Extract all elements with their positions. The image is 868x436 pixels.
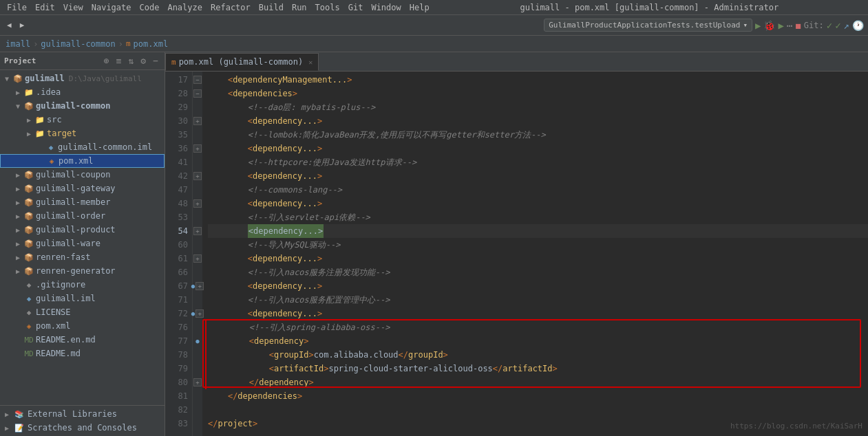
gutter-36: + xyxy=(193,142,202,155)
code-line-72: <dependency...> xyxy=(208,307,868,320)
code-line-30: <dependency...> xyxy=(208,114,868,128)
menu-refactor[interactable]: Refactor xyxy=(207,0,255,14)
tree-label-common: gulimall-common xyxy=(36,101,110,111)
tree-label-idea: .idea xyxy=(36,87,61,97)
tree-item-gulimall-common[interactable]: ▼ 📦 gulimall-common xyxy=(0,99,165,113)
menu-help[interactable]: Help xyxy=(405,0,434,14)
tree-label-member: gulimall-member xyxy=(36,197,110,207)
tree-item-order[interactable]: ▶ 📦 gulimall-order xyxy=(0,209,165,223)
tree-item-ware[interactable]: ▶ 📦 gulimall-ware xyxy=(0,237,165,250)
tree-item-readme[interactable]: MD README.md xyxy=(0,347,165,360)
toolbar-back[interactable]: ◀ xyxy=(4,19,14,31)
menu-run[interactable]: Run xyxy=(288,0,311,14)
sidebar-btn-settings[interactable]: ⚙ xyxy=(138,55,148,67)
tree-item-readme-en[interactable]: MD README.en.md xyxy=(0,333,165,347)
editor-inner: 17 28 29 30 35 36 41 42 47 48 53 54 60 6… xyxy=(165,72,868,436)
tab-close-btn[interactable]: ✕ xyxy=(308,58,313,66)
debug-button[interactable]: 🐞 xyxy=(763,20,775,31)
tree-item-renren-fast[interactable]: ▶ 📦 renren-fast xyxy=(0,250,165,264)
code-line-61: <dependency...> xyxy=(208,252,868,265)
sidebar-external-libraries[interactable]: ▶ 📚 External Libraries xyxy=(0,407,165,421)
menu-view[interactable]: View xyxy=(59,0,87,14)
tree-item-gitignore[interactable]: ◆ .gitignore xyxy=(0,278,165,292)
ln-78: 78 xyxy=(165,348,188,362)
tree-item-pom-xml[interactable]: ◈ pom.xml xyxy=(0,154,165,168)
code-editor[interactable]: <dependencyManagement...> <dependencies>… xyxy=(202,72,868,436)
xml-icon-pom: ◈ xyxy=(46,157,57,166)
tree-item-iml[interactable]: ◆ gulimall-common.iml xyxy=(0,140,165,154)
sidebar-btn-list[interactable]: ≡ xyxy=(114,55,124,67)
menu-code[interactable]: Code xyxy=(136,0,164,14)
breadcrumb-gulimall-common[interactable]: gulimall-common xyxy=(41,39,115,49)
git-label: Git: xyxy=(804,21,824,30)
tree-arrow-order: ▶ xyxy=(14,212,22,220)
run-button[interactable]: ▶ xyxy=(755,20,761,31)
breadcrumb-imall[interactable]: imall xyxy=(6,39,30,49)
tree-item-pom-xml-root[interactable]: ◈ pom.xml xyxy=(0,319,165,333)
tree-label-gateway: gulimall-gateway xyxy=(36,184,116,193)
sidebar-title: Project xyxy=(4,56,99,65)
fold-28[interactable]: − xyxy=(193,89,202,98)
menu-window[interactable]: Window xyxy=(367,0,405,14)
sidebar-btn-gear[interactable]: ⊕ xyxy=(102,55,112,67)
tree-item-target[interactable]: ▶ 📁 target xyxy=(0,127,165,140)
tab-pom-xml[interactable]: m pom.xml (gulimall-common) ✕ xyxy=(165,53,319,71)
module-icon-renren-gen: 📦 xyxy=(23,267,34,276)
menu-analyze[interactable]: Analyze xyxy=(163,0,207,14)
tree-label-pom-root: pom.xml xyxy=(36,321,71,331)
sidebar-btn-close[interactable]: − xyxy=(151,55,160,67)
toolbar: ◀ ▶ GulimallProductApplicationTests.test… xyxy=(0,15,868,36)
vcs-check-icon[interactable]: ✓ xyxy=(827,20,832,31)
more-run-button[interactable]: ⋯ xyxy=(787,20,792,31)
menu-git[interactable]: Git xyxy=(344,0,368,14)
tree-item-renren-generator[interactable]: ▶ 📦 renren-generator xyxy=(0,264,165,278)
breadcrumb-pomxml[interactable]: pom.xml xyxy=(134,39,169,49)
fold-54[interactable]: + xyxy=(193,227,202,235)
gutter-28: − xyxy=(193,87,202,100)
tree-item-gateway[interactable]: ▶ 📦 gulimall-gateway xyxy=(0,182,165,195)
folder-icon-target: 📁 xyxy=(34,129,45,138)
ln-67: 67 xyxy=(165,279,188,293)
stop-button[interactable]: ◼ xyxy=(795,20,801,31)
vcs-check2-icon[interactable]: ✓ xyxy=(835,20,840,31)
md-icon: MD xyxy=(23,336,34,345)
tree-item-member[interactable]: ▶ 📦 gulimall-member xyxy=(0,195,165,209)
fold-42[interactable]: + xyxy=(193,172,202,180)
coverage-button[interactable]: ▶ xyxy=(778,20,783,31)
ln-36: 36 xyxy=(165,142,188,155)
sidebar-btn-sort[interactable]: ⇅ xyxy=(127,55,136,67)
fold-36[interactable]: + xyxy=(193,144,202,153)
breadcrumb-file-icon: m xyxy=(126,39,131,48)
tree-item-license[interactable]: ◆ LICENSE xyxy=(0,305,165,319)
menu-navigate[interactable]: Navigate xyxy=(87,0,136,14)
menu-tools[interactable]: Tools xyxy=(311,0,344,14)
dot-72: ● xyxy=(191,310,195,317)
main-area: Project ⊕ ≡ ⇅ ⚙ − ▼ 📦 gulimall D:\Java\g… xyxy=(0,52,868,436)
sidebar-scratches[interactable]: ▶ 📝 Scratches and Consoles xyxy=(0,421,165,435)
fold-61[interactable]: + xyxy=(193,254,202,263)
tree-item-product[interactable]: ▶ 📦 gulimall-product xyxy=(0,223,165,237)
gutter-47 xyxy=(193,183,202,197)
fold-30[interactable]: + xyxy=(193,117,202,125)
breadcrumb-sep2: › xyxy=(118,39,123,49)
tree-item-gulimall-iml[interactable]: ◆ gulimall.iml xyxy=(0,292,165,305)
vcs-update-icon[interactable]: ↗ xyxy=(844,20,849,31)
toolbar-forward[interactable]: ▶ xyxy=(17,19,28,31)
tree-item-coupon[interactable]: ▶ 📦 gulimall-coupon xyxy=(0,168,165,182)
run-config-selector[interactable]: GulimallProductApplicationTests.testUplo… xyxy=(544,19,752,32)
vcs-history-icon[interactable]: 🕐 xyxy=(852,20,864,31)
menu-edit[interactable]: Edit xyxy=(31,0,59,14)
menu-build[interactable]: Build xyxy=(255,0,288,14)
tree-arrow-gateway: ▶ xyxy=(14,185,22,193)
fold-80[interactable]: + xyxy=(193,378,202,386)
tree-item-gulimall[interactable]: ▼ 📦 gulimall D:\Java\gulimall xyxy=(0,72,165,85)
folder-icon-src: 📁 xyxy=(34,116,45,124)
gutter-83 xyxy=(193,417,202,430)
menu-file[interactable]: File xyxy=(3,0,31,14)
editor-content[interactable]: 17 28 29 30 35 36 41 42 47 48 53 54 60 6… xyxy=(165,72,868,436)
gitignore-icon: ◆ xyxy=(23,281,34,290)
tree-item-src[interactable]: ▶ 📁 src xyxy=(0,113,165,127)
fold-17[interactable]: − xyxy=(193,76,202,84)
tree-item-idea[interactable]: ▶ 📁 .idea xyxy=(0,85,165,99)
fold-48[interactable]: + xyxy=(193,199,202,208)
